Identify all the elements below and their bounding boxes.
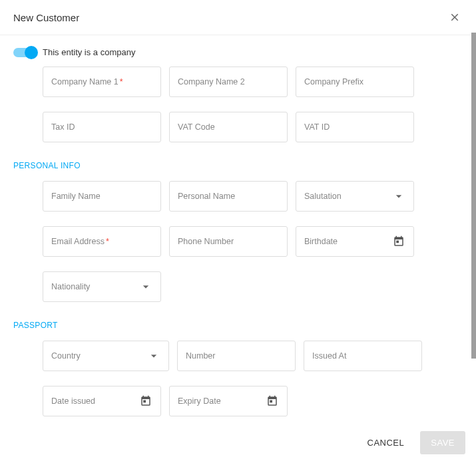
field-label: Personal Name [178, 192, 279, 201]
calendar-icon [266, 394, 279, 408]
field-label: Family Name [51, 192, 152, 201]
company-prefix-field[interactable]: Company Prefix [296, 67, 414, 97]
vat-code-field[interactable]: VAT Code [169, 112, 288, 142]
field-label: Date issued [51, 396, 139, 406]
salutation-select[interactable]: Salutation [296, 181, 414, 212]
phone-field[interactable]: Phone Number [169, 226, 288, 257]
modal-title: New Customer [13, 12, 79, 23]
modal-header: New Customer [0, 0, 476, 35]
email-field[interactable]: Email Address* [43, 226, 161, 257]
date-issued-field[interactable]: Date issued [43, 386, 161, 416]
tax-id-field[interactable]: Tax ID [43, 112, 161, 142]
field-label: Birthdate [304, 237, 392, 246]
personal-fields: Family Name Personal Name Salutation Ema… [43, 181, 463, 302]
vat-id-field[interactable]: VAT ID [296, 112, 414, 142]
chevron-down-icon [139, 280, 152, 293]
company-toggle-label: This entity is a company [43, 47, 135, 57]
field-label: VAT ID [304, 122, 405, 132]
company-toggle-row: This entity is a company [13, 47, 463, 57]
chevron-down-icon [147, 349, 160, 363]
passport-fields: Country Number Issued At Date issued [43, 341, 463, 416]
field-label: VAT Code [178, 122, 279, 132]
modal-footer: CANCEL SAVE [0, 426, 476, 459]
chevron-down-icon [392, 190, 405, 203]
field-label: Tax ID [51, 122, 152, 132]
company-fields: Company Name 1* Company Name 2 Company P… [43, 67, 463, 142]
calendar-icon [139, 394, 152, 408]
expiry-date-field[interactable]: Expiry Date [169, 386, 288, 416]
field-label: Issued At [312, 351, 413, 361]
field-label: Company Name 2 [178, 77, 279, 86]
field-label: Email Address [51, 237, 105, 246]
issued-at-field[interactable]: Issued At [304, 341, 422, 371]
passport-heading: PASSPORT [13, 321, 463, 330]
birthdate-field[interactable]: Birthdate [296, 226, 414, 257]
personal-name-field[interactable]: Personal Name [169, 181, 288, 212]
cancel-button[interactable]: CANCEL [357, 431, 415, 454]
field-label: Salutation [304, 192, 392, 201]
save-button[interactable]: SAVE [420, 431, 465, 454]
field-label: Nationality [51, 282, 139, 291]
scrollbar-thumb[interactable] [471, 33, 476, 359]
form-scroll-area: This entity is a company Company Name 1*… [0, 35, 476, 428]
close-icon [449, 11, 461, 23]
field-label: Company Prefix [304, 77, 405, 86]
field-label: Expiry Date [178, 396, 266, 406]
passport-number-field[interactable]: Number [177, 341, 296, 371]
required-mark: * [106, 237, 109, 246]
passport-country-select[interactable]: Country [43, 341, 169, 371]
company-toggle[interactable] [13, 48, 36, 57]
calendar-icon [392, 235, 405, 248]
company-name-1-field[interactable]: Company Name 1* [43, 67, 161, 97]
field-label: Company Name 1 [51, 77, 119, 86]
close-button[interactable] [447, 9, 463, 25]
family-name-field[interactable]: Family Name [43, 181, 161, 212]
field-label: Number [186, 351, 287, 361]
field-label: Country [51, 351, 147, 361]
field-label: Phone Number [178, 237, 279, 246]
personal-info-heading: PERSONAL INFO [13, 161, 463, 170]
required-mark: * [120, 77, 123, 86]
scrollbar-track [471, 33, 476, 425]
nationality-select[interactable]: Nationality [43, 271, 161, 302]
company-name-2-field[interactable]: Company Name 2 [169, 67, 288, 97]
